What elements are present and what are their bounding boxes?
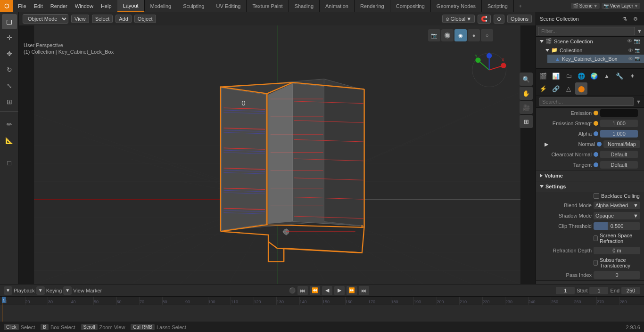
backface-culling-checkbox[interactable] <box>594 193 599 199</box>
subsurface-checkbox[interactable] <box>594 260 598 266</box>
sidebar-select-tool[interactable]: ▢ <box>2 14 17 29</box>
view-menu-btn[interactable]: ▼ <box>63 286 72 295</box>
current-frame-input[interactable]: 1 <box>556 287 575 294</box>
prop-modifier-icon[interactable]: 🔧 <box>613 70 626 82</box>
collection-render-icon[interactable]: 📷 <box>635 48 640 53</box>
refraction-depth-value[interactable]: 0 m <box>594 247 640 254</box>
normal-value[interactable]: Normal/Map <box>603 140 640 148</box>
tab-scripting[interactable]: Scripting <box>482 0 514 12</box>
outliner-collection-row[interactable]: 📁 Collection 👁 📷 <box>542 46 644 55</box>
render-preview-btn[interactable]: 🔘 <box>441 29 454 41</box>
tab-compositing[interactable]: Compositing <box>390 0 431 12</box>
viewport-icon-1[interactable]: 🔍 <box>520 73 533 86</box>
prop-view-layer-icon[interactable]: 🗂 <box>562 70 575 82</box>
sidebar-cursor-tool[interactable]: ✛ <box>2 30 17 45</box>
transform-dropdown[interactable]: ⊙ Global ▼ <box>442 15 475 23</box>
viewport-icon-4[interactable]: ⊞ <box>520 115 533 128</box>
wireframe-view-btn[interactable]: ○ <box>481 29 493 41</box>
collection-visibility-icon[interactable]: 👁 <box>628 48 633 53</box>
menu-render[interactable]: Render <box>47 0 71 12</box>
sidebar-transform-tool[interactable]: ⊞ <box>2 94 17 109</box>
outliner-search-input[interactable] <box>538 27 635 35</box>
timeline-record-btn[interactable]: ⚫ <box>289 287 296 294</box>
tab-animation[interactable]: Animation <box>320 0 355 12</box>
solid-view-btn[interactable]: ● <box>468 29 480 41</box>
viewport-options-btn[interactable]: Options <box>507 15 532 23</box>
view-menu-btn[interactable]: View <box>71 15 89 23</box>
props-search-input[interactable] <box>539 97 634 106</box>
prop-scene-icon[interactable]: 🌐 <box>575 70 587 82</box>
menu-window[interactable]: Window <box>71 0 97 12</box>
menu-file[interactable]: File <box>14 0 30 12</box>
alpha-dot[interactable] <box>594 131 598 136</box>
menu-help[interactable]: Help <box>97 0 116 12</box>
menu-edit[interactable]: Edit <box>30 0 47 12</box>
shadow-mode-dropdown[interactable]: Opaque ▼ <box>594 212 640 219</box>
settings-header[interactable]: Settings <box>536 181 644 192</box>
clearcoat-value[interactable]: Default <box>600 151 638 158</box>
outliner-scene-collection-row[interactable]: 🎬 Scene Collection 👁 📷 <box>536 37 644 46</box>
normal-dot[interactable] <box>597 142 602 146</box>
sidebar-move-tool[interactable]: ✥ <box>2 46 17 61</box>
tab-uv-editing[interactable]: UV Editing <box>210 0 247 12</box>
viewport-content[interactable]: 0 X Y <box>19 25 536 284</box>
start-frame-input[interactable]: 1 <box>589 287 608 294</box>
clip-threshold-slider[interactable]: 0.500 <box>594 222 640 230</box>
object-mode-selector[interactable]: Object Mode <box>23 14 68 24</box>
prop-physics-icon[interactable]: ⚡ <box>537 82 549 95</box>
object-render-icon[interactable]: 📷 <box>635 56 640 62</box>
timeline-tracks[interactable] <box>0 305 644 322</box>
keying-menu-btn[interactable]: ▼ <box>36 286 45 295</box>
tangent-value[interactable]: Default <box>600 161 638 169</box>
sidebar-add-cube[interactable]: □ <box>2 155 17 170</box>
timeline-menu-btn[interactable]: ▼ <box>4 286 12 295</box>
outliner-filter-btn[interactable]: ⚗ <box>620 14 629 24</box>
outliner-filter-icon[interactable]: ▼ <box>637 28 642 34</box>
select-menu-btn[interactable]: Select <box>92 15 113 23</box>
line-art-header[interactable]: Line Art <box>536 281 644 284</box>
tab-sculpting[interactable]: Sculpting <box>177 0 210 12</box>
sidebar-scale-tool[interactable]: ⤡ <box>2 78 17 93</box>
prop-object-icon[interactable]: ▲ <box>601 70 613 82</box>
emission-strength-value[interactable]: 1.000 <box>600 120 638 127</box>
viewport-3d[interactable]: Object Mode View Select Add Object ⊙ Glo… <box>19 12 536 284</box>
tab-modeling[interactable]: Modeling <box>145 0 178 12</box>
alpha-value[interactable]: 1.000 <box>600 130 638 138</box>
volume-header[interactable]: Volume <box>536 170 644 181</box>
camera-view-btn[interactable]: 📷 <box>428 29 440 41</box>
props-filter-icon[interactable]: ▼ <box>636 99 641 105</box>
pass-index-value[interactable]: 0 <box>594 271 640 279</box>
sidebar-rotate-tool[interactable]: ↻ <box>2 62 17 77</box>
tab-layout[interactable]: Layout <box>117 0 145 12</box>
emission-strength-dot[interactable] <box>594 121 598 126</box>
sidebar-annotate-tool[interactable]: ✏ <box>2 117 17 132</box>
end-frame-input[interactable]: 250 <box>621 287 640 294</box>
prop-render-icon[interactable]: 🎬 <box>537 70 549 82</box>
tangent-dot[interactable] <box>594 162 598 167</box>
object-visibility-icon[interactable]: 👁 <box>628 56 633 62</box>
add-menu-btn[interactable]: Add <box>116 15 132 23</box>
clearcoat-dot[interactable] <box>594 152 598 157</box>
viewport-icon-3[interactable]: 🎥 <box>520 101 533 114</box>
timeline-prev-frame-btn[interactable]: ⏪ <box>310 286 320 295</box>
tab-geometry-nodes[interactable]: Geometry Nodes <box>431 0 482 12</box>
emission-color-field[interactable] <box>600 109 638 117</box>
tab-shading[interactable]: Shading <box>289 0 320 12</box>
object-menu-btn[interactable]: Object <box>134 15 156 23</box>
prop-output-icon[interactable]: 📊 <box>550 70 562 82</box>
prop-particles-icon[interactable]: ✦ <box>626 70 638 82</box>
snap-btn[interactable]: 🧲 <box>478 15 491 24</box>
timeline-play-reverse-btn[interactable]: ◀ <box>322 286 332 295</box>
timeline-next-frame-btn[interactable]: ⏩ <box>347 286 357 295</box>
sidebar-measure-tool[interactable]: 📐 <box>2 133 17 148</box>
prop-constraints-icon[interactable]: 🔗 <box>550 82 562 95</box>
outliner-settings-btn[interactable]: ⚙ <box>631 14 640 24</box>
outliner-object-row[interactable]: ▲ Key_Cabinet_Lock_Box 👁 📷 <box>547 55 644 63</box>
proportional-edit-btn[interactable]: ⊙ <box>494 15 504 24</box>
tab-texture-paint[interactable]: Texture Paint <box>247 0 289 12</box>
screen-space-checkbox[interactable] <box>594 235 598 241</box>
timeline-jump-end-btn[interactable]: ⏭ <box>359 286 369 295</box>
prop-world-icon[interactable]: 🌍 <box>588 70 600 82</box>
normal-expand[interactable]: ▶ <box>545 141 548 147</box>
timeline-play-btn[interactable]: ▶ <box>334 286 345 295</box>
